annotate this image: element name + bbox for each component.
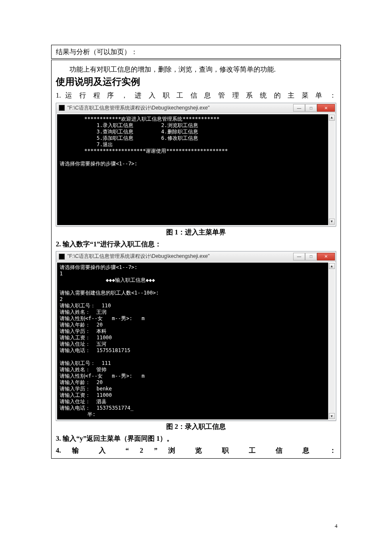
step-1-text: 1. 运 行 程 序 ， 进 入 职 工 信 息 管 理 系 统 的 主 菜 单…: [56, 90, 336, 101]
scrollbar-2[interactable]: ▲ ▼: [328, 263, 335, 419]
window-title-2: "F:\C语言职工信息管理系统课程设计\Debug\kechengsheji.e…: [67, 253, 293, 260]
window-buttons-1: — □ ✕: [293, 104, 335, 112]
figure-2-caption: 图 2：录入职工信息: [56, 422, 336, 431]
scroll-down-icon[interactable]: ▼: [329, 219, 335, 225]
console-output-2: 请选择你需要操作的步骤<1--7>: 1 ◆◆◆输入职工信息◆◆◆ 请输入需要创…: [57, 263, 328, 419]
titlebar-2: "F:\C语言职工信息管理系统课程设计\Debug\kechengsheji.e…: [56, 251, 336, 262]
scroll-down-icon[interactable]: ▼: [329, 413, 335, 419]
page-number: 4: [335, 523, 338, 529]
window-buttons-2: — □ ✕: [293, 253, 335, 260]
console-body-2: 请选择你需要操作的步骤<1--7>: 1 ◆◆◆输入职工信息◆◆◆ 请输入需要创…: [56, 262, 336, 420]
window-title-1: "F:\C语言职工信息管理系统课程设计\Debug\kechengsheji.e…: [67, 104, 293, 112]
scroll-up-icon[interactable]: ▲: [329, 115, 335, 121]
step-4-text: 4. 输 入 “ 2 ” 浏 览 职 工 信 息 ：: [56, 445, 336, 456]
console-window-2: "F:\C语言职工信息管理系统课程设计\Debug\kechengsheji.e…: [56, 251, 336, 421]
console-output-1: ************欢迎进入职工信息管理系统************ 1.录…: [57, 114, 328, 225]
results-header-label: 结果与分析（可以加页）：: [56, 48, 138, 55]
intro-paragraph: 功能上有对职工信息的增加，删除，浏览，查询，修改等简单的功能.: [56, 64, 336, 75]
step-2-text: 2. 输入数字“1”进行录入职工信息：: [56, 239, 336, 250]
main-content-cell: 功能上有对职工信息的增加，删除，浏览，查询，修改等简单的功能. 使用说明及运行实…: [51, 60, 341, 459]
minimize-button[interactable]: —: [293, 253, 305, 260]
console-window-1: "F:\C语言职工信息管理系统课程设计\Debug\kechengsheji.e…: [56, 103, 336, 226]
scrollbar-1[interactable]: ▲ ▼: [328, 114, 335, 225]
maximize-button[interactable]: □: [305, 104, 317, 112]
results-header-cell: 结果与分析（可以加页）：: [51, 45, 341, 59]
app-icon: [59, 105, 65, 111]
document-page: 结果与分析（可以加页）： 功能上有对职工信息的增加，删除，浏览，查询，修改等简单…: [0, 0, 392, 476]
console-body-1: ************欢迎进入职工信息管理系统************ 1.录…: [56, 113, 336, 226]
step-3-text: 3. 输入“y”返回主菜单（界面同图 1）。: [56, 433, 336, 444]
minimize-button[interactable]: —: [293, 104, 305, 112]
maximize-button[interactable]: □: [305, 253, 317, 260]
scroll-up-icon[interactable]: ▲: [329, 263, 335, 269]
close-button[interactable]: ✕: [317, 253, 335, 260]
titlebar-1: "F:\C语言职工信息管理系统课程设计\Debug\kechengsheji.e…: [56, 103, 336, 113]
section-title: 使用说明及运行实例: [56, 75, 336, 88]
figure-1-caption: 图 1：进入主菜单界: [56, 228, 336, 237]
close-button[interactable]: ✕: [317, 104, 335, 112]
app-icon: [59, 254, 65, 260]
